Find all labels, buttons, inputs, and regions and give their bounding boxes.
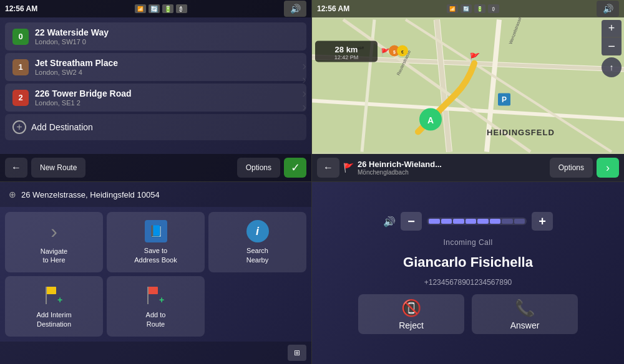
back-button[interactable]: ← bbox=[5, 158, 27, 178]
panel-route-list: 12:56 AM 📶 🔄 🔋 ₿ 🔊 ›››› 0 22 Waterside W… bbox=[0, 0, 312, 182]
map-dest-name: 26 Heinrich-Wieland... bbox=[358, 160, 546, 169]
incoming-label: Incoming Call bbox=[443, 238, 492, 247]
map-dest-city: Mönchengladbach bbox=[358, 169, 546, 176]
route-badge-2: 2 bbox=[12, 90, 29, 106]
vol-seg-5 bbox=[477, 219, 489, 224]
panel-incoming-call: 🔊 − + Incoming Call Giancarlo Fisichella… bbox=[312, 182, 624, 364]
route-badge-0: 0 bbox=[12, 29, 29, 45]
route-info-2: 226 Tower Bridge Road London, SE1 2 bbox=[35, 89, 299, 107]
location-address: 26 Wenzelstrasse, Heidingsfeld 10054 bbox=[21, 190, 160, 199]
book-icon: 📘 bbox=[145, 220, 167, 242]
volume-row: 🔊 − + bbox=[322, 212, 614, 231]
route-badge-1: 1 bbox=[12, 59, 29, 75]
route-item-1[interactable]: 1 Jet Streatham Place London, SW2 4 bbox=[5, 53, 306, 81]
location-bottom-bar: ⊞ bbox=[0, 342, 311, 364]
location-options-grid: › Navigateto Here 📘 Save toAddress Book … bbox=[0, 207, 311, 342]
svg-text:€: € bbox=[401, 50, 404, 54]
call-action-buttons: 📵 Reject 📞 Answer bbox=[322, 294, 614, 334]
volume-icon: 🔊 bbox=[383, 216, 396, 228]
bg-chevrons: ›››› bbox=[302, 59, 306, 113]
svg-text:🚩: 🚩 bbox=[469, 52, 480, 63]
route-sub-2: London, SE1 2 bbox=[35, 99, 299, 107]
crosshair-icon: ⊕ bbox=[9, 189, 16, 199]
zoom-controls: + − bbox=[602, 20, 622, 55]
battery-icon: 🔋 bbox=[162, 4, 173, 13]
reject-label: Reject bbox=[399, 320, 424, 330]
map-area[interactable]: A 🚩 P HEIDINGSFELD Strasse Wenzelstrasse… bbox=[312, 17, 624, 154]
search-nearby-label: SearchNearby bbox=[246, 246, 268, 264]
add-route-label: Add toRoute bbox=[146, 310, 166, 328]
add-destination-label: Add Destination bbox=[31, 122, 93, 132]
svg-rect-30 bbox=[148, 287, 158, 294]
svg-text:+: + bbox=[159, 295, 164, 305]
map-nav-controls: + − ↑ bbox=[602, 20, 624, 77]
navigate-here-label: Navigateto Here bbox=[41, 247, 67, 265]
new-route-button[interactable]: New Route bbox=[31, 158, 85, 178]
volume-plus-button[interactable]: + bbox=[532, 212, 553, 231]
volume-bar bbox=[427, 218, 527, 225]
status-bar-top-left: 12:56 AM 📶 🔄 🔋 ₿ 🔊 bbox=[0, 0, 311, 17]
map-status-icons: 📶 🔄 🔋 ₿ bbox=[447, 4, 499, 13]
svg-rect-0 bbox=[312, 20, 624, 152]
map-battery-icon: 🔋 bbox=[474, 4, 485, 13]
map-forward-button[interactable]: › bbox=[597, 158, 619, 178]
refresh-icon: 🔄 bbox=[149, 4, 160, 13]
zoom-out-button[interactable]: − bbox=[602, 38, 622, 55]
map-destination-info: 26 Heinrich-Wieland... Mönchengladbach bbox=[358, 160, 546, 176]
svg-text:$: $ bbox=[393, 50, 396, 55]
svg-text:12:42 PM: 12:42 PM bbox=[334, 54, 359, 60]
zoom-in-button[interactable]: + bbox=[602, 20, 622, 37]
volume-minus-button[interactable]: − bbox=[401, 212, 422, 231]
route-name-0: 22 Waterside Way bbox=[35, 27, 299, 37]
map-bluetooth-icon: ₿ bbox=[488, 4, 499, 13]
navigate-here-button[interactable]: › Navigateto Here bbox=[5, 212, 103, 272]
add-destination-button[interactable]: + Add Destination bbox=[5, 114, 306, 140]
compass-button[interactable]: ↑ bbox=[602, 57, 622, 77]
confirm-button[interactable]: ✓ bbox=[284, 158, 306, 178]
map-volume-button[interactable]: 🔊 bbox=[597, 1, 619, 17]
vol-seg-2 bbox=[441, 219, 452, 224]
svg-text:A: A bbox=[427, 115, 434, 125]
save-address-button[interactable]: 📘 Save toAddress Book bbox=[107, 212, 205, 272]
vol-seg-1 bbox=[429, 219, 440, 224]
map-sync-icon: 🔄 bbox=[461, 4, 472, 13]
vol-seg-3 bbox=[453, 219, 464, 224]
reject-call-button[interactable]: 📵 Reject bbox=[358, 294, 464, 334]
map-background: A 🚩 P HEIDINGSFELD Strasse Wenzelstrasse… bbox=[312, 17, 624, 154]
route-sub-1: London, SW2 4 bbox=[35, 69, 299, 76]
route-item-0[interactable]: 0 22 Waterside Way London, SW17 0 bbox=[5, 22, 306, 50]
route-name-1: Jet Streatham Place bbox=[35, 58, 299, 68]
add-interim-button[interactable]: + Add InterimDestination bbox=[5, 276, 103, 337]
route-info-1: Jet Streatham Place London, SW2 4 bbox=[35, 58, 299, 76]
add-interim-label: Add InterimDestination bbox=[36, 310, 71, 328]
reject-phone-icon: 📵 bbox=[401, 299, 421, 318]
panel-map: 12:56 AM 📶 🔄 🔋 ₿ 🔊 bbox=[312, 0, 624, 182]
map-bottom-bar: ← 🚩 26 Heinrich-Wieland... Mönchengladba… bbox=[312, 154, 624, 181]
svg-text:28 km: 28 km bbox=[335, 45, 358, 54]
svg-text:+: + bbox=[57, 295, 62, 305]
map-roads-svg: A 🚩 P HEIDINGSFELD Strasse Wenzelstrasse… bbox=[312, 17, 624, 154]
signal-icon: 📶 bbox=[135, 4, 146, 13]
caller-number: +12345678901234567890 bbox=[424, 278, 512, 287]
volume-button-top-left[interactable]: 🔊 bbox=[284, 1, 306, 17]
bluetooth-icon: ₿ bbox=[176, 4, 187, 13]
answer-call-button[interactable]: 📞 Answer bbox=[472, 294, 578, 334]
vol-seg-8 bbox=[514, 219, 525, 224]
answer-phone-icon: 📞 bbox=[515, 299, 535, 318]
caller-name: Giancarlo Fisichella bbox=[403, 254, 533, 271]
vol-seg-4 bbox=[466, 219, 477, 224]
expand-button[interactable]: ⊞ bbox=[288, 345, 306, 361]
status-icons: 📶 🔄 🔋 ₿ bbox=[135, 4, 187, 13]
volume-segments bbox=[427, 218, 527, 225]
route-item-2[interactable]: 2 226 Tower Bridge Road London, SE1 2 bbox=[5, 84, 306, 112]
search-nearby-button[interactable]: i SearchNearby bbox=[208, 212, 306, 272]
svg-rect-27 bbox=[46, 287, 56, 294]
svg-text:HEIDINGSFELD: HEIDINGSFELD bbox=[487, 128, 555, 137]
map-back-button[interactable]: ← bbox=[317, 158, 339, 178]
options-button[interactable]: Options bbox=[237, 158, 280, 178]
map-options-button[interactable]: Options bbox=[550, 158, 593, 178]
add-route-button[interactable]: + Add toRoute bbox=[107, 276, 205, 337]
panel-location-options: ⊕ 26 Wenzelstrasse, Heidingsfeld 10054 ›… bbox=[0, 182, 312, 364]
save-address-label: Save toAddress Book bbox=[134, 246, 177, 264]
map-dest-flag-icon: 🚩 bbox=[343, 163, 354, 173]
